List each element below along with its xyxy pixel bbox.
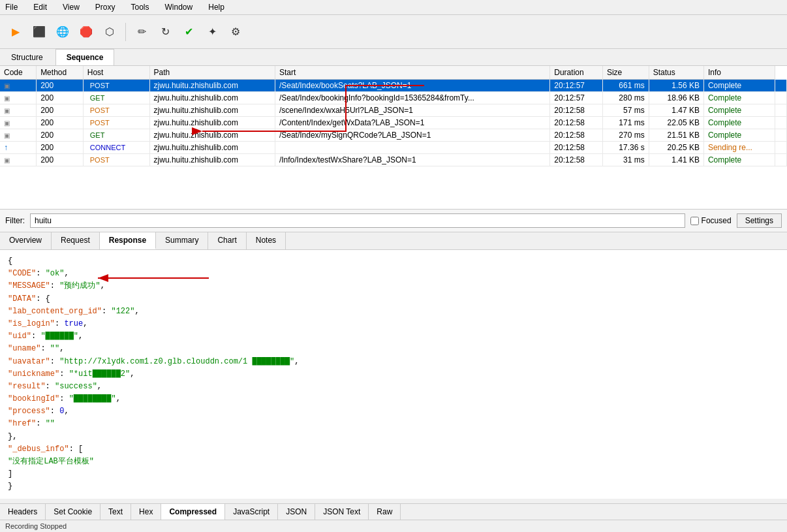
bottom-tab-text[interactable]: Text	[100, 504, 131, 520]
row-host: zjwu.huitu.zhishulib.com	[149, 154, 275, 166]
response-content: { "CODE": "ok", "MESSAGE": "预约成功", "DATA…	[0, 250, 787, 499]
detail-tab-request[interactable]: Request	[52, 232, 100, 249]
table-row[interactable]: ▣200POSTzjwu.huitu.zhishulib.com/scene/I…	[0, 104, 787, 117]
request-table: CodeMethodHostPathStartDurationSizeStatu…	[0, 66, 787, 166]
row-status: Sending re...	[703, 142, 775, 154]
row-status: Complete	[703, 154, 775, 166]
bottom-tab-hex[interactable]: Hex	[131, 504, 161, 520]
col-header-status: Status	[649, 66, 703, 80]
browse-icon[interactable]: 🌐	[52, 22, 73, 42]
table-row[interactable]: ▣200GETzjwu.huitu.zhishulib.com/Seat/Ind…	[0, 92, 787, 104]
row-status: Complete	[703, 80, 775, 92]
json-line: "bookingId": "████████",	[8, 393, 779, 405]
table-row[interactable]: ▣200POSTzjwu.huitu.zhishulib.com/Seat/In…	[0, 80, 787, 92]
detail-tab-notes[interactable]: Notes	[247, 232, 286, 249]
row-path: /Info/Index/testWxShare?LAB_JSON=1	[275, 154, 549, 166]
row-info	[775, 92, 787, 104]
bottom-tab-headers[interactable]: Headers	[0, 504, 46, 520]
row-duration: 171 ms	[602, 117, 649, 129]
detail-tab-summary[interactable]: Summary	[156, 232, 208, 249]
focused-label: Focused	[702, 216, 732, 225]
row-method: POST	[83, 80, 149, 92]
table-row[interactable]: ▣200GETzjwu.huitu.zhishulib.com/Seat/Ind…	[0, 129, 787, 142]
row-method: POST	[83, 104, 149, 117]
row-code: 200	[37, 92, 84, 104]
row-status: Complete	[703, 117, 775, 129]
menu-item-window[interactable]: Window	[162, 1, 196, 13]
menu-item-proxy[interactable]: Proxy	[93, 1, 118, 13]
filter-input[interactable]	[30, 213, 685, 228]
menu-item-view[interactable]: View	[60, 1, 82, 13]
json-line: "is_login": true,	[8, 318, 779, 330]
menu-item-help[interactable]: Help	[206, 1, 227, 13]
row-icon-cell: ▣	[0, 104, 37, 117]
row-code: 200	[37, 154, 84, 166]
row-size: 20.25 KB	[649, 142, 703, 154]
focused-checkbox[interactable]	[690, 217, 699, 225]
menu-item-tools[interactable]: Tools	[129, 1, 152, 13]
json-line: },	[8, 431, 779, 443]
row-path	[275, 142, 549, 154]
menu-item-edit[interactable]: Edit	[31, 1, 50, 13]
json-line: "uname": "",	[8, 343, 779, 355]
row-duration: 270 ms	[602, 129, 649, 142]
doc-icon: ▣	[4, 119, 10, 127]
settings-button[interactable]: Settings	[737, 213, 782, 228]
detail-tab-chart[interactable]: Chart	[208, 232, 246, 249]
arrow-up-icon: ↑	[4, 143, 8, 152]
row-info	[775, 80, 787, 92]
json-line: {	[8, 255, 779, 268]
edit-icon[interactable]: ✏	[131, 22, 152, 42]
bottom-tab-set-cookie[interactable]: Set Cookie	[46, 504, 100, 520]
stop-icon[interactable]: ⬛	[29, 22, 50, 42]
row-start: 20:12:58	[550, 104, 603, 117]
tab-structure[interactable]: Structure	[0, 49, 54, 65]
intercept-icon[interactable]: 🛑	[76, 22, 97, 42]
row-path: /Seat/Index/bookSeats?LAB_JSON=1	[275, 80, 549, 92]
row-path: /Content/Index/getWxData?LAB_JSON=1	[275, 117, 549, 129]
row-method: POST	[83, 154, 149, 166]
row-icon-cell: ▣	[0, 92, 37, 104]
hex-icon[interactable]: ⬡	[99, 22, 120, 42]
json-line: ]	[8, 468, 779, 480]
col-header-start: Start	[275, 66, 549, 80]
doc-icon: ▣	[4, 95, 10, 102]
bottom-tab-compressed[interactable]: Compressed	[161, 504, 225, 520]
row-info	[775, 117, 787, 129]
json-line: "DATA": {	[8, 293, 779, 305]
detail-tab-overview[interactable]: Overview	[0, 232, 52, 249]
detail-tab-row: OverviewRequestResponseSummaryChartNotes	[0, 232, 787, 250]
options-icon[interactable]: ⚙	[225, 22, 246, 42]
bottom-tab-javascript[interactable]: JavaScript	[225, 504, 278, 520]
row-info	[775, 129, 787, 142]
table-row[interactable]: ↑200CONNECTzjwu.huitu.zhishulib.com20:12…	[0, 142, 787, 154]
row-status: Complete	[703, 92, 775, 104]
json-line: "MESSAGE": "预约成功",	[8, 280, 779, 292]
menu-item-file[interactable]: File	[3, 1, 20, 13]
bottom-tab-json[interactable]: JSON	[278, 504, 315, 520]
settings-icon[interactable]: ✦	[202, 22, 223, 42]
table-body: ▣200POSTzjwu.huitu.zhishulib.com/Seat/In…	[0, 80, 787, 166]
doc-icon: ▣	[4, 132, 10, 139]
row-method: GET	[83, 129, 149, 142]
row-info	[775, 104, 787, 117]
row-host: zjwu.huitu.zhishulib.com	[149, 129, 275, 142]
table-row[interactable]: ▣200POSTzjwu.huitu.zhishulib.com/Info/In…	[0, 154, 787, 166]
bottom-tab-json-text[interactable]: JSON Text	[315, 504, 369, 520]
check-icon[interactable]: ✔	[178, 22, 199, 42]
json-line: }	[8, 480, 779, 493]
table-row[interactable]: ▣200POSTzjwu.huitu.zhishulib.com/Content…	[0, 117, 787, 129]
start-icon[interactable]: ▶	[5, 22, 26, 42]
bottom-tab-raw[interactable]: Raw	[369, 504, 401, 520]
json-line: "uavatar": "http://7xlydk.com1.z0.glb.cl…	[8, 356, 779, 368]
json-line: "result": "success",	[8, 381, 779, 393]
col-header-info: Info	[703, 66, 775, 80]
row-host: zjwu.huitu.zhishulib.com	[149, 117, 275, 129]
tab-sequence[interactable]: Sequence	[55, 49, 115, 65]
row-icon-cell: ↑	[0, 142, 37, 154]
row-icon-cell: ▣	[0, 117, 37, 129]
detail-tab-response[interactable]: Response	[100, 232, 156, 249]
doc-icon: ▣	[4, 82, 10, 89]
doc-icon: ▣	[4, 157, 10, 164]
refresh-icon[interactable]: ↻	[155, 22, 176, 42]
